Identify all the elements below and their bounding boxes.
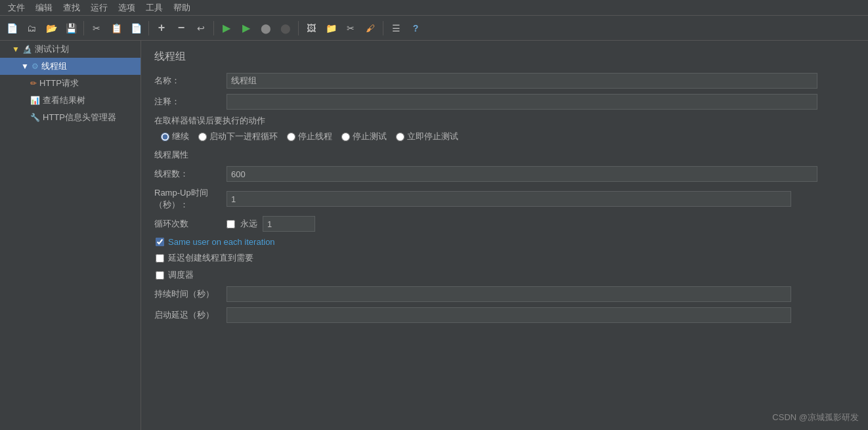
forever-checkbox[interactable] (227, 220, 235, 228)
new-button[interactable]: 📄 (3, 19, 21, 37)
folder-button[interactable]: 📁 (322, 19, 340, 37)
sidebar: ▼ 🔬 测试计划 ▼ ⚙ 线程组 ✏ HTTP请求 📊 查看结果树 🔧 HTTP… (0, 41, 141, 430)
rampup-label: Ramp-Up时间（秒）： (154, 187, 227, 211)
scissors2-button[interactable]: ✂ (341, 19, 360, 37)
expand-icon: ▼ (12, 45, 20, 54)
action-stop-test-radio[interactable] (341, 133, 350, 141)
toolbar: 📄 🗂 📂 💾 ✂ 📋 📄 + − ↩ ▶ ▶ ⬤ ⬤ 🖼 📁 ✂ 🖌 ☰ ? (0, 16, 868, 41)
sidebar-label-test-plan: 测试计划 (35, 43, 69, 55)
duration-input[interactable] (227, 286, 791, 302)
copy-button[interactable]: 📋 (107, 19, 125, 37)
menu-file[interactable]: 文件 (3, 1, 30, 15)
broom-button[interactable]: 🖼 (302, 19, 320, 37)
watermark: CSDN @凉城孤影研发 (772, 412, 859, 423)
name-label: 名称： (154, 75, 227, 87)
stop-dark-button[interactable]: ⬤ (276, 19, 295, 37)
same-user-label[interactable]: Same user on each iteration (168, 237, 275, 247)
sidebar-item-results-tree[interactable]: 📊 查看结果树 (0, 92, 141, 109)
forever-label[interactable]: 永远 (240, 218, 257, 230)
test-plan-icon: 🔬 (22, 45, 32, 54)
scheduler-checkbox[interactable] (156, 271, 164, 280)
toolbar-sep-4 (298, 21, 299, 35)
startup-delay-row: 启动延迟（秒） (154, 307, 855, 323)
sidebar-item-http-header[interactable]: 🔧 HTTP信息头管理器 (0, 109, 141, 126)
sidebar-label-results-tree: 查看结果树 (43, 95, 85, 106)
menu-run[interactable]: 运行 (85, 1, 113, 15)
template-button[interactable]: 🗂 (22, 19, 41, 37)
rampup-input[interactable] (227, 191, 791, 207)
comment-row: 注释： (154, 94, 855, 110)
startup-delay-label: 启动延迟（秒） (154, 309, 227, 321)
action-radio-group: 继续 启动下一进程循环 停止线程 停止测试 立即停止测试 (154, 131, 855, 142)
action-title: 在取样器错误后要执行的动作 (154, 115, 855, 127)
name-input[interactable] (227, 73, 817, 89)
same-user-row: Same user on each iteration (154, 237, 855, 247)
action-section: 在取样器错误后要执行的动作 继续 启动下一进程循环 停止线程 停止测试 (154, 115, 855, 142)
thread-count-input[interactable] (227, 166, 817, 182)
menu-tools[interactable]: 工具 (141, 1, 168, 15)
duration-row: 持续时间（秒） (154, 286, 855, 302)
delay-create-checkbox[interactable] (156, 254, 164, 263)
startup-delay-input[interactable] (227, 307, 791, 323)
toolbar-sep-3 (213, 21, 214, 35)
action-next-loop-radio[interactable] (198, 133, 207, 141)
delay-create-row: 延迟创建线程直到需要 (154, 252, 855, 264)
menubar: 文件 编辑 查找 运行 选项 工具 帮助 (0, 0, 868, 16)
main-layout: ▼ 🔬 测试计划 ▼ ⚙ 线程组 ✏ HTTP请求 📊 查看结果树 🔧 HTTP… (0, 41, 868, 430)
menu-find[interactable]: 查找 (58, 1, 85, 15)
toolbar-sep-5 (383, 21, 383, 35)
loop-count-row: 循环次数 永远 (154, 216, 855, 232)
action-next-loop[interactable]: 启动下一进程循环 (198, 131, 278, 142)
cut-button[interactable]: ✂ (87, 19, 106, 37)
action-stop-now[interactable]: 立即停止测试 (396, 131, 458, 142)
thread-count-label: 线程数： (154, 168, 227, 180)
action-continue-radio[interactable] (161, 133, 169, 141)
action-stop-thread-label: 停止线程 (298, 131, 332, 142)
save-button[interactable]: 💾 (62, 19, 80, 37)
sidebar-label-http-request: HTTP请求 (39, 77, 79, 89)
wrench-icon: 🔧 (30, 113, 40, 122)
thread-count-row: 线程数： (154, 166, 855, 182)
toolbar-sep-1 (83, 21, 84, 35)
delay-create-label[interactable]: 延迟创建线程直到需要 (168, 252, 253, 264)
run-check-button[interactable]: ▶ (237, 19, 255, 37)
action-stop-thread[interactable]: 停止线程 (287, 131, 332, 142)
run-button[interactable]: ▶ (217, 19, 236, 37)
sidebar-label-thread-group: 线程组 (41, 60, 67, 72)
content-area: 线程组 名称： 注释： 在取样器错误后要执行的动作 继续 启动下一进程循环 (141, 41, 868, 430)
scheduler-label[interactable]: 调度器 (168, 269, 194, 281)
menu-options[interactable]: 选项 (113, 1, 141, 15)
action-stop-now-label: 立即停止测试 (407, 131, 458, 142)
paste-button[interactable]: 📄 (127, 19, 145, 37)
thread-props-title: 线程属性 (154, 149, 855, 161)
remove-button[interactable]: − (172, 19, 190, 37)
duration-label: 持续时间（秒） (154, 288, 227, 300)
paint-button[interactable]: 🖌 (361, 19, 380, 37)
action-continue[interactable]: 继续 (161, 131, 189, 142)
menu-edit[interactable]: 编辑 (30, 1, 58, 15)
action-next-loop-label: 启动下一进程循环 (209, 131, 278, 142)
comment-input[interactable] (227, 94, 817, 110)
rampup-row: Ramp-Up时间（秒）： (154, 187, 855, 211)
add-button[interactable]: + (152, 19, 171, 37)
help-button[interactable]: ? (406, 19, 425, 37)
stop-gray-button[interactable]: ⬤ (257, 19, 275, 37)
sidebar-item-thread-group[interactable]: ▼ ⚙ 线程组 (0, 58, 141, 75)
sidebar-item-http-request[interactable]: ✏ HTTP请求 (0, 75, 141, 92)
sidebar-label-http-header: HTTP信息头管理器 (43, 112, 116, 123)
action-stop-thread-radio[interactable] (287, 133, 295, 141)
toolbar-sep-2 (148, 21, 149, 35)
gear-icon: ⚙ (32, 62, 39, 71)
same-user-checkbox[interactable] (156, 238, 164, 246)
action-stop-now-radio[interactable] (396, 133, 404, 141)
open-button[interactable]: 📂 (42, 19, 60, 37)
action-stop-test[interactable]: 停止测试 (341, 131, 387, 142)
menu-help[interactable]: 帮助 (168, 1, 196, 15)
loop-count-input[interactable] (263, 216, 315, 232)
undo-button[interactable]: ↩ (192, 19, 210, 37)
expand2-icon: ▼ (21, 62, 29, 71)
brush-icon: ✏ (30, 79, 37, 88)
name-row: 名称： (154, 73, 855, 89)
sidebar-item-test-plan[interactable]: ▼ 🔬 测试计划 (0, 41, 141, 58)
list-button[interactable]: ☰ (387, 19, 405, 37)
